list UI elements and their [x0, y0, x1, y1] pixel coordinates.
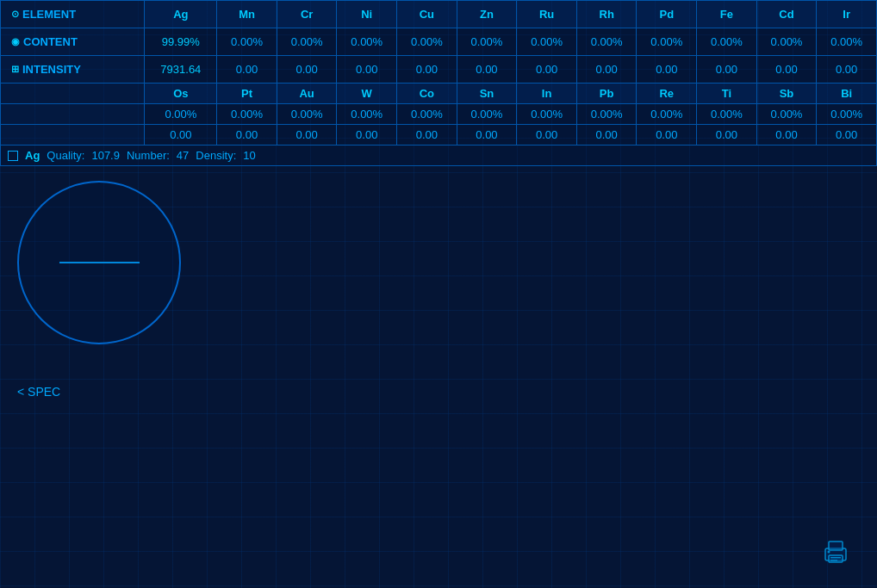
intensity-ir: 0.00 — [817, 56, 877, 84]
col-cu: Cu — [397, 1, 457, 28]
content-zn: 0.00% — [457, 28, 517, 56]
col-cr: Cr — [277, 1, 337, 28]
svg-rect-1 — [829, 542, 843, 550]
col-co: Co — [397, 84, 457, 104]
col-ag: Ag — [145, 1, 217, 28]
intensity-cr: 0.00 — [277, 56, 337, 84]
col-cd: Cd — [756, 1, 817, 28]
intensity2-pb: 0.00 — [576, 125, 637, 145]
col-fe: Fe — [697, 1, 757, 28]
content2-w: 0.00% — [337, 104, 397, 125]
content2-co: 0.00% — [397, 104, 457, 125]
intensity-ru: 0.00 — [517, 56, 577, 84]
intensity2-bi: 0.00 — [817, 125, 877, 145]
col-sn: Sn — [457, 84, 517, 104]
content-cr: 0.00% — [277, 28, 337, 56]
intensity-row: ⊞ INTENSITY 7931.64 0.00 0.00 0.00 0.00 … — [1, 56, 877, 84]
col-mn: Mn — [217, 1, 277, 28]
content2-au: 0.00% — [277, 104, 337, 125]
intensity2-re: 0.00 — [637, 125, 697, 145]
intensity-icon: ⊞ — [11, 64, 19, 75]
content-label: ◉ CONTENT — [1, 28, 145, 56]
intensity-rh: 0.00 — [576, 56, 637, 84]
intensity2-w: 0.00 — [337, 125, 397, 145]
intensity-mn: 0.00 — [217, 56, 277, 84]
content-fe: 0.00% — [697, 28, 757, 56]
content-ni: 0.00% — [337, 28, 397, 56]
content2-pt: 0.00% — [217, 104, 277, 125]
col-rh: Rh — [576, 1, 637, 28]
data-table: ⊙ ELEMENT Ag Mn Cr Ni Cu Zn Ru Rh Pd Fe … — [0, 0, 877, 166]
intensity-cd: 0.00 — [756, 56, 817, 84]
info-density-label: Density: — [196, 149, 236, 162]
intensity-ag: 7931.64 — [145, 56, 217, 84]
info-quality-value: 107.9 — [91, 149, 120, 162]
svg-rect-3 — [830, 557, 841, 559]
col-pb: Pb — [576, 84, 637, 104]
content-rh: 0.00% — [576, 28, 637, 56]
col-ru: Ru — [517, 1, 577, 28]
info-number-label: Number: — [127, 149, 170, 162]
intensity2-au: 0.00 — [277, 125, 337, 145]
intensity-fe: 0.00 — [697, 56, 757, 84]
info-checkbox[interactable] — [8, 151, 18, 161]
intensity-pd: 0.00 — [637, 56, 697, 84]
content-mn: 0.00% — [217, 28, 277, 56]
content-ir: 0.00% — [817, 28, 877, 56]
col-pt: Pt — [217, 84, 277, 104]
svg-rect-4 — [830, 560, 837, 561]
intensity2-pt: 0.00 — [217, 125, 277, 145]
content2-in: 0.00% — [517, 104, 577, 125]
radar-sweep-line — [59, 262, 140, 263]
content-label-2 — [1, 104, 145, 125]
info-row: Ag Quality: 107.9 Number: 47 Density: 10 — [1, 145, 877, 166]
info-element: Ag — [25, 149, 40, 162]
col-ti: Ti — [697, 84, 757, 104]
intensity-label: ⊞ INTENSITY — [1, 56, 145, 84]
content2-sn: 0.00% — [457, 104, 517, 125]
radar-display — [17, 181, 190, 353]
content-icon: ◉ — [11, 36, 20, 47]
svg-rect-2 — [829, 555, 843, 562]
intensity2-os: 0.00 — [145, 125, 217, 145]
content-row: ◉ CONTENT 99.99% 0.00% 0.00% 0.00% 0.00%… — [1, 28, 877, 56]
content2-sb: 0.00% — [756, 104, 817, 125]
intensity-zn: 0.00 — [457, 56, 517, 84]
content2-ti: 0.00% — [697, 104, 757, 125]
content-cu: 0.00% — [397, 28, 457, 56]
content-ru: 0.00% — [517, 28, 577, 56]
intensity-label-2 — [1, 125, 145, 145]
intensity-cu: 0.00 — [397, 56, 457, 84]
intensity2-sb: 0.00 — [756, 125, 817, 145]
intensity2-sn: 0.00 — [457, 125, 517, 145]
info-density-value: 10 — [243, 149, 255, 162]
col-bi: Bi — [817, 84, 877, 104]
col-ni: Ni — [337, 1, 397, 28]
col-zn: Zn — [457, 1, 517, 28]
element-icon: ⊙ — [11, 9, 19, 20]
content2-pb: 0.00% — [576, 104, 637, 125]
info-number-value: 47 — [177, 149, 189, 162]
intensity-row-2: 0.00 0.00 0.00 0.00 0.00 0.00 0.00 0.00 … — [1, 125, 877, 145]
col-pd: Pd — [637, 1, 697, 28]
content-cd: 0.00% — [756, 28, 817, 56]
intensity2-ti: 0.00 — [697, 125, 757, 145]
col-ir: Ir — [817, 1, 877, 28]
col-au: Au — [277, 84, 337, 104]
spec-button[interactable]: < SPEC — [17, 385, 60, 399]
element-row-2: Os Pt Au W Co Sn In Pb Re Ti Sb Bi — [1, 84, 877, 104]
element-label-2 — [1, 84, 145, 104]
content-ag: 99.99% — [145, 28, 217, 56]
element-row: ⊙ ELEMENT Ag Mn Cr Ni Cu Zn Ru Rh Pd Fe … — [1, 1, 877, 28]
content2-os: 0.00% — [145, 104, 217, 125]
radar-circle — [17, 181, 181, 344]
content-pd: 0.00% — [637, 28, 697, 56]
svg-point-5 — [828, 551, 830, 554]
col-re: Re — [637, 84, 697, 104]
intensity2-in: 0.00 — [517, 125, 577, 145]
content2-re: 0.00% — [637, 104, 697, 125]
print-button[interactable] — [820, 536, 851, 571]
info-quality-label: Quality: — [47, 149, 84, 162]
col-os: Os — [145, 84, 217, 104]
intensity-ni: 0.00 — [337, 56, 397, 84]
